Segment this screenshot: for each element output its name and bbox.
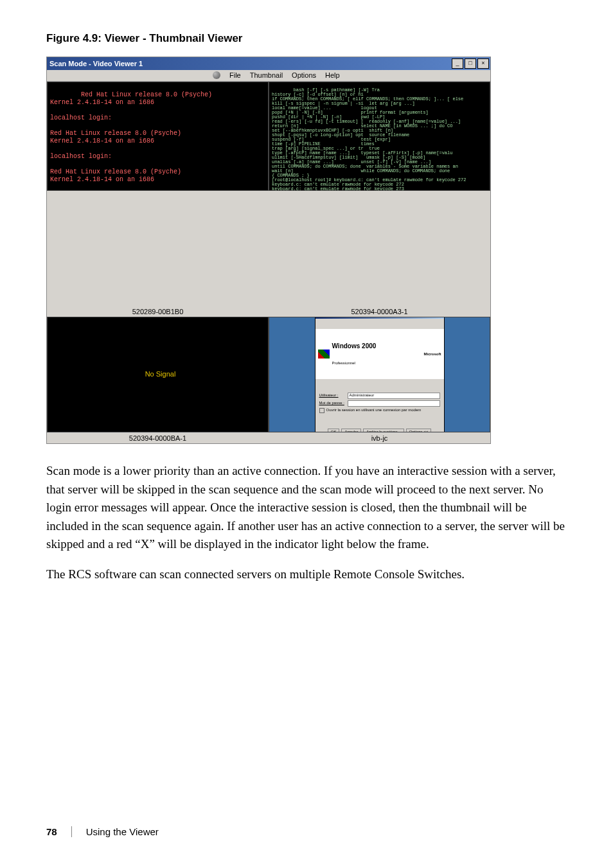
login-dialog-title: Ouverture de session Windows — [315, 317, 444, 319]
cancel-button[interactable]: Annuler — [341, 429, 361, 432]
close-button[interactable]: × — [477, 58, 489, 69]
paragraph-1: Scan mode is a lower priority than an ac… — [46, 462, 567, 554]
maximize-button[interactable]: □ — [465, 58, 476, 69]
thumbnail-label: 520394-0000BA-1 — [47, 434, 269, 442]
menu-thumbnail[interactable]: Thumbnail — [250, 71, 283, 79]
login-dialog: Ouverture de session Windows Windows 200… — [315, 317, 445, 432]
ok-button[interactable]: OK — [328, 429, 340, 432]
shutdown-button[interactable]: Arrêter le système... — [363, 429, 404, 432]
figure-caption: Figure 4.9: Viewer - Thumbnail Viewer — [46, 32, 567, 45]
username-field[interactable]: Administrateur — [348, 393, 440, 399]
thumbnail-label: 520394-0000A3-1 — [269, 308, 490, 315]
label-row-bottom: 520394-0000BA-1 ivb-jc — [47, 432, 490, 443]
minimize-button[interactable]: _ — [452, 58, 463, 69]
login-banner: Windows 2000 Professionnel Microsoft — [315, 329, 444, 379]
menubar: File Thumbnail Options Help — [47, 70, 490, 82]
thumbnail-label: ivb-jc — [269, 434, 490, 442]
brand-subtitle: Professionnel — [332, 361, 377, 366]
viewer-window: Scan Mode - Video Viewer 1 _ □ × File Th… — [46, 57, 491, 444]
password-field[interactable] — [348, 400, 440, 407]
window-title: Scan Mode - Video Viewer 1 — [49, 60, 143, 67]
options-button[interactable]: Options << — [406, 429, 431, 432]
titlebar: Scan Mode - Video Viewer 1 _ □ × — [47, 57, 490, 70]
menu-file[interactable]: File — [229, 71, 241, 79]
password-label: Mot de passe : — [319, 401, 345, 405]
thumbnail-grid: Red Hat Linux release 8.0 (Psyche) Kerne… — [47, 82, 490, 306]
terminal-text: Red Hat Linux release 8.0 (Psyche) Kerne… — [50, 91, 212, 183]
modem-checkbox-label: Ouvrir la session en utilisant une conne… — [326, 408, 422, 412]
footer-section: Using the Viewer — [71, 826, 159, 837]
page-number: 78 — [46, 826, 57, 837]
thumbnail-bottom-right[interactable]: Ouverture de session Windows Windows 200… — [269, 317, 490, 432]
vendor-text: Microsoft — [424, 352, 441, 357]
paragraph-2: The RCS software can scan connected serv… — [46, 565, 567, 584]
brand-text: Windows 2000 — [332, 342, 377, 350]
thumbnail-bottom-left[interactable]: No Signal — [47, 317, 269, 432]
thumbnail-grid-2: No Signal Ouverture de session Windows W… — [47, 317, 490, 432]
modem-checkbox[interactable] — [319, 408, 324, 413]
user-label: Utilisateur : — [319, 393, 345, 398]
label-row-top: 520289-00B1B0 520394-0000A3-1 — [47, 306, 490, 317]
menu-options[interactable]: Options — [292, 71, 316, 79]
page-footer: 78Using the Viewer — [46, 826, 159, 837]
thumbnail-label: 520289-00B1B0 — [47, 308, 269, 315]
body-text: Scan mode is a lower priority than an ac… — [46, 462, 567, 583]
terminal-text: bash [-f] [-s pathname] [-W] Tra history… — [272, 87, 466, 191]
pin-icon[interactable] — [213, 71, 220, 79]
thumbnail-top-left[interactable]: Red Hat Linux release 8.0 (Psyche) Kerne… — [47, 82, 269, 191]
menu-help[interactable]: Help — [325, 71, 340, 79]
windows-flag-icon — [318, 350, 330, 359]
window-controls: _ □ × — [450, 58, 489, 69]
thumbnail-top-right[interactable]: bash [-f] [-s pathname] [-W] Tra history… — [269, 82, 490, 191]
no-signal-text: No Signal — [50, 370, 269, 378]
